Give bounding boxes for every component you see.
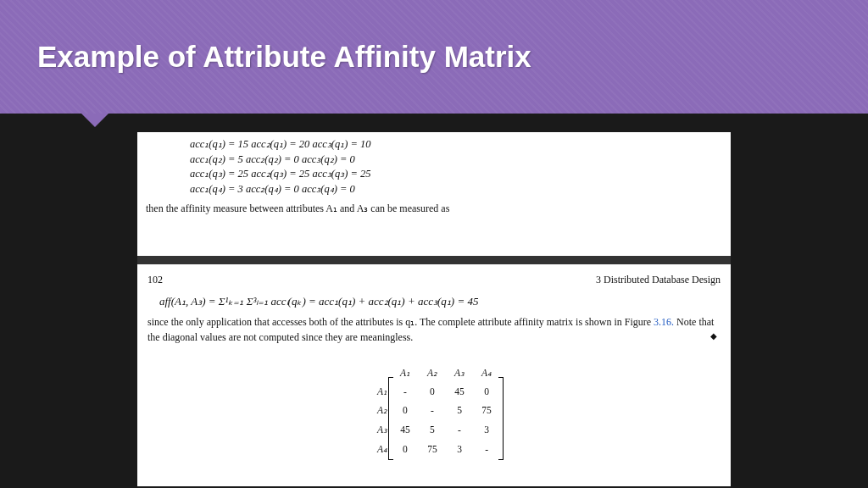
acc-row: acc₁(q₃) = 25 acc₂(q₃) = 25 acc₃(q₃) = 2… bbox=[190, 167, 722, 182]
affinity-intro-text: then the affinity measure between attrib… bbox=[146, 202, 722, 216]
matrix-cell: 5 bbox=[446, 401, 473, 420]
explanation-paragraph: since the only application that accesses… bbox=[146, 315, 722, 345]
chapter-title: 3 Distributed Database Design bbox=[596, 273, 721, 287]
matrix-col-header: A₄ bbox=[473, 363, 500, 382]
matrix-cell: 3 bbox=[446, 440, 473, 459]
excerpt-page-2: 102 3 Distributed Database Design aff(A₁… bbox=[137, 264, 731, 486]
matrix-cell: 45 bbox=[392, 420, 419, 440]
matrix-col-header: A₃ bbox=[446, 363, 473, 382]
matrix-cell: 75 bbox=[419, 440, 446, 459]
acc-row: acc₁(q₄) = 3 acc₂(q₄) = 0 acc₃(q₄) = 0 bbox=[190, 182, 722, 197]
access-frequencies: acc₁(q₁) = 15 acc₂(q₁) = 20 acc₃(q₁) = 1… bbox=[146, 137, 722, 197]
matrix-cell: 0 bbox=[392, 440, 419, 459]
figure-reference: 3.16. bbox=[654, 316, 674, 328]
matrix-cell: 75 bbox=[473, 401, 500, 420]
matrix-cell: 0 bbox=[419, 382, 446, 402]
matrix-cell: - bbox=[473, 440, 500, 459]
page-gap bbox=[137, 256, 731, 264]
affinity-matrix: A₁ A₂ A₃ A₄ A₁ - 0 45 0 A₂ 0 - 5 7 bbox=[146, 360, 722, 462]
slide-header: Example of Attribute Affinity Matrix bbox=[0, 0, 868, 114]
slide-title: Example of Attribute Affinity Matrix bbox=[37, 40, 531, 74]
matrix-cell: 0 bbox=[473, 382, 500, 402]
matrix-col-header: A₁ bbox=[392, 363, 419, 382]
page-header-row: 102 3 Distributed Database Design bbox=[146, 269, 722, 289]
matrix-cell: - bbox=[446, 420, 473, 440]
end-mark-icon: ◆ bbox=[710, 330, 717, 343]
excerpt-page-1: acc₁(q₁) = 15 acc₂(q₁) = 20 acc₃(q₁) = 1… bbox=[137, 132, 731, 256]
matrix-cell: 3 bbox=[473, 420, 500, 440]
affinity-formula: aff(A₁, A₃) = Σ¹ₖ₌₁ Σ³ₗ₌₁ accₗ(qₖ) = acc… bbox=[146, 289, 722, 315]
acc-row: acc₁(q₂) = 5 acc₂(q₂) = 0 acc₃(q₂) = 0 bbox=[190, 152, 722, 168]
matrix-cell: 45 bbox=[446, 382, 473, 402]
page-number: 102 bbox=[147, 273, 163, 287]
para-part1: since the only application that accesses… bbox=[147, 316, 654, 328]
matrix-col-header: A₂ bbox=[419, 363, 446, 382]
matrix-cell: - bbox=[419, 401, 446, 420]
acc-row: acc₁(q₁) = 15 acc₂(q₁) = 20 acc₃(q₁) = 1… bbox=[190, 137, 722, 152]
matrix-cell: 5 bbox=[419, 420, 446, 440]
matrix-cell: 0 bbox=[392, 401, 419, 420]
matrix-cell: - bbox=[392, 382, 419, 402]
